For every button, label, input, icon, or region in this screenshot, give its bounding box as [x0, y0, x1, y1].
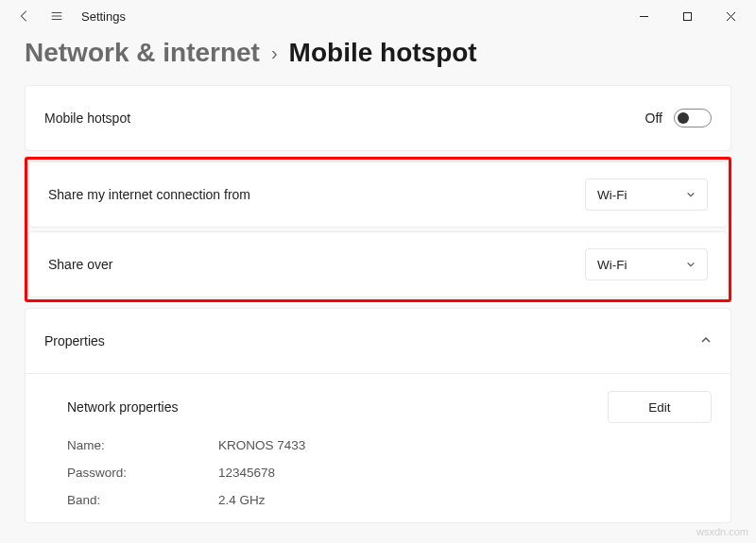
share-from-row: Share my internet connection from Wi-Fi — [48, 162, 708, 227]
share-over-value: Wi-Fi — [597, 258, 627, 272]
share-over-card: Share over Wi-Fi — [28, 231, 728, 297]
highlight-annotation: Share my internet connection from Wi-Fi … — [25, 157, 731, 302]
properties-title: Properties — [44, 333, 105, 348]
network-properties-grid: Name: KRONOS 7433 Password: 12345678 Ban… — [67, 438, 712, 507]
minimize-button[interactable] — [622, 1, 665, 31]
share-over-label: Share over — [48, 257, 112, 272]
edit-button-label: Edit — [648, 400, 670, 415]
maximize-button[interactable] — [665, 1, 709, 31]
chevron-down-icon — [686, 260, 696, 269]
back-icon[interactable] — [17, 8, 32, 24]
edit-button[interactable]: Edit — [608, 391, 712, 423]
svg-rect-0 — [683, 12, 691, 20]
titlebar: Settings — [0, 0, 756, 32]
watermark: wsxdn.com — [696, 526, 748, 537]
breadcrumb: Network & internet › Mobile hotspot — [25, 38, 731, 68]
page-content: Network & internet › Mobile hotspot Mobi… — [0, 32, 756, 523]
network-properties-label: Network properties — [67, 399, 179, 415]
share-from-card: Share my internet connection from Wi-Fi — [28, 161, 728, 228]
hotspot-toggle-controls: Off — [645, 109, 712, 127]
share-from-label: Share my internet connection from — [48, 187, 250, 202]
properties-card: Properties Network properties Edit Name:… — [25, 308, 731, 523]
share-over-row: Share over Wi-Fi — [48, 232, 708, 297]
hotspot-toggle-card: Mobile hotspot Off — [25, 85, 731, 151]
np-band-val: 2.4 GHz — [218, 493, 712, 507]
close-button[interactable] — [709, 1, 752, 31]
titlebar-left: Settings — [17, 8, 126, 24]
np-band-key: Band: — [67, 493, 218, 507]
share-from-value: Wi-Fi — [597, 188, 627, 202]
hotspot-toggle-row: Mobile hotspot Off — [44, 86, 712, 150]
app-title: Settings — [81, 9, 126, 24]
np-password-val: 12345678 — [218, 466, 712, 480]
np-name-val: KRONOS 7433 — [218, 438, 712, 452]
chevron-down-icon — [686, 190, 696, 199]
page-title: Mobile hotspot — [289, 38, 477, 68]
network-properties-head: Network properties Edit — [67, 391, 712, 423]
hotspot-toggle-label: Mobile hotspot — [44, 110, 130, 126]
properties-header[interactable]: Properties — [26, 309, 730, 373]
window-controls — [622, 1, 752, 31]
hamburger-icon[interactable] — [49, 8, 64, 24]
chevron-up-icon — [700, 332, 712, 349]
breadcrumb-separator-icon: › — [271, 42, 278, 64]
properties-body: Network properties Edit Name: KRONOS 743… — [26, 373, 730, 522]
hotspot-toggle-state: Off — [645, 110, 662, 126]
share-over-select[interactable]: Wi-Fi — [585, 248, 708, 280]
breadcrumb-parent[interactable]: Network & internet — [25, 38, 260, 68]
np-password-key: Password: — [67, 466, 218, 480]
hotspot-toggle-switch[interactable] — [674, 109, 712, 127]
share-from-select[interactable]: Wi-Fi — [585, 178, 708, 211]
np-name-key: Name: — [67, 438, 218, 452]
